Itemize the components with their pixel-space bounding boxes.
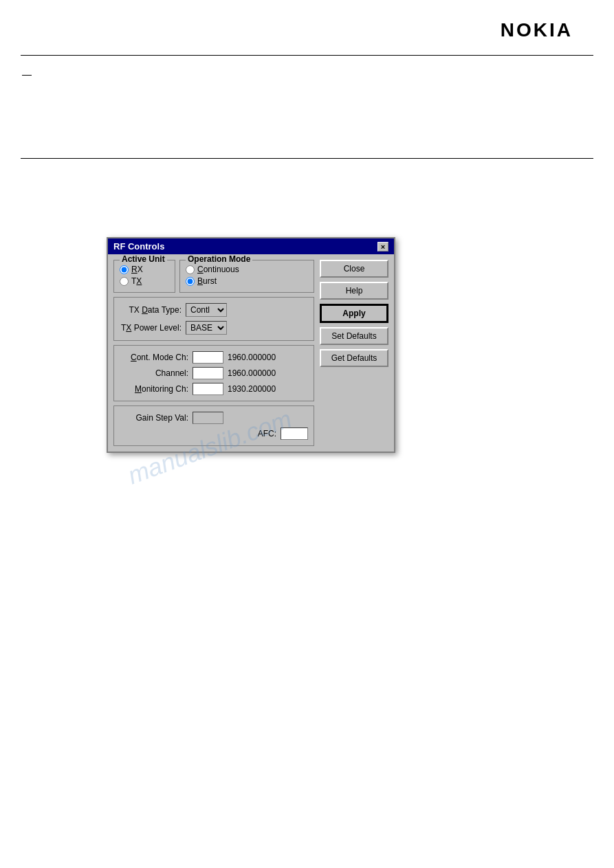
get-defaults-button[interactable]: Get Defaults (320, 349, 388, 367)
afc-label: AFC: (258, 429, 276, 438)
burst-radio-row: Burst (186, 276, 308, 286)
dialog-wrapper: RF Controls × Active Unit RX (107, 237, 395, 453)
groups-row: Active Unit RX TX Operation Mode (113, 260, 314, 293)
rf-controls-dialog: RF Controls × Active Unit RX (107, 237, 395, 453)
operation-mode-group: Operation Mode Continuous Burst (179, 260, 314, 293)
rx-radio[interactable] (120, 265, 129, 274)
gain-section: Gain Step Val: 8 AFC: 23 (113, 405, 314, 446)
gain-step-val-input[interactable]: 8 (193, 412, 223, 424)
burst-label: Burst (197, 276, 217, 286)
tx-power-level-select[interactable]: BASE (186, 321, 227, 335)
afc-input[interactable]: 23 (281, 427, 308, 440)
gain-step-val-row: Gain Step Val: 8 (120, 412, 308, 424)
cont-mode-ch-freq: 1960.000000 (228, 353, 276, 362)
apply-button[interactable]: Apply (320, 304, 388, 323)
tx-section: TX Data Type: Contl TX Power Level: BASE (113, 297, 314, 341)
continuous-label: Continuous (197, 265, 239, 274)
continuous-radio[interactable] (186, 265, 195, 274)
afc-row: AFC: 23 (120, 427, 308, 440)
set-defaults-button[interactable]: Set Defaults (320, 327, 388, 345)
operation-mode-legend: Operation Mode (186, 254, 252, 264)
channel-section: Cont. Mode Ch: 661 1960.000000 Channel: … (113, 345, 314, 401)
rx-radio-row: RX (120, 265, 169, 274)
tx-label: TX (131, 276, 142, 286)
dash-mark: — (22, 69, 32, 80)
title-bar: RF Controls × (108, 238, 394, 254)
monitoring-ch-input[interactable]: 512 (193, 383, 223, 395)
monitoring-ch-row: Monitoring Ch: 512 1930.200000 (120, 383, 308, 395)
monitoring-ch-freq: 1930.200000 (228, 384, 276, 394)
help-button[interactable]: Help (320, 282, 388, 300)
tx-power-level-row: TX Power Level: BASE (120, 321, 308, 335)
nokia-logo: NOKIA (501, 19, 573, 41)
channel-input[interactable]: 661 (193, 367, 223, 379)
burst-radio[interactable] (186, 277, 195, 286)
channel-freq: 1960.000000 (228, 368, 276, 378)
title-bar-close-button[interactable]: × (377, 242, 388, 252)
close-button[interactable]: Close (320, 260, 388, 278)
left-panel: Active Unit RX TX Operation Mode (113, 260, 314, 446)
monitoring-ch-label: Monitoring Ch: (120, 384, 188, 394)
channel-row: Channel: 661 1960.000000 (120, 367, 308, 379)
cont-mode-ch-input[interactable]: 661 (193, 351, 223, 364)
dialog-title: RF Controls (113, 241, 164, 252)
cont-mode-ch-row: Cont. Mode Ch: 661 1960.000000 (120, 351, 308, 364)
tx-radio[interactable] (120, 277, 129, 286)
tx-data-type-select[interactable]: Contl (186, 303, 227, 317)
tx-radio-row: TX (120, 276, 169, 286)
active-unit-group: Active Unit RX TX (113, 260, 175, 293)
hr-bottom (21, 158, 593, 159)
cont-mode-ch-label: Cont. Mode Ch: (120, 353, 188, 362)
rx-label: RX (131, 265, 143, 274)
right-panel: Close Help Apply Set Defaults Get Defaul… (320, 260, 388, 446)
continuous-radio-row: Continuous (186, 265, 308, 274)
active-unit-legend: Active Unit (120, 254, 167, 264)
gain-step-val-label: Gain Step Val: (120, 413, 188, 423)
dialog-body: Active Unit RX TX Operation Mode (108, 254, 394, 452)
tx-data-type-label: TX Data Type: (120, 305, 182, 315)
channel-label: Channel: (120, 368, 188, 378)
tx-power-level-label: TX Power Level: (120, 323, 182, 333)
hr-top (21, 55, 593, 56)
tx-data-type-row: TX Data Type: Contl (120, 303, 308, 317)
